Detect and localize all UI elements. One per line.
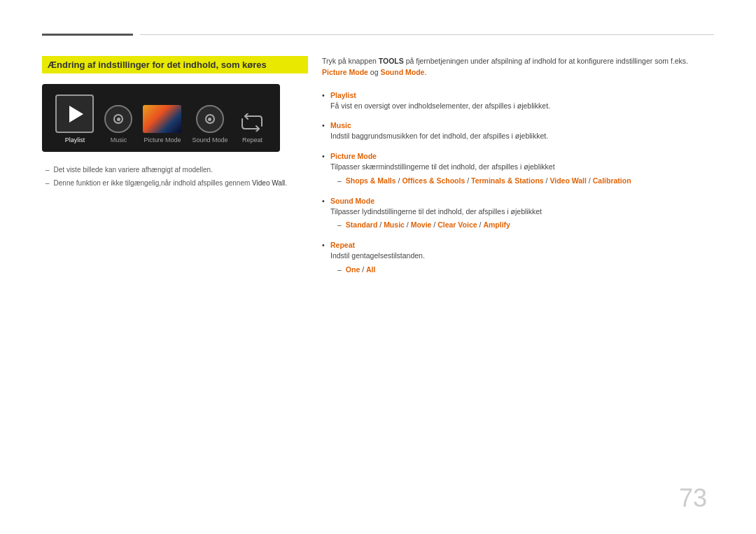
picture-mode-sub-item: – Shops & Malls / Offices & Schools / Te…: [337, 176, 714, 187]
picture-mode-desc: Tilpasser skærmindstillingerne til det i…: [330, 162, 714, 173]
page-number: 73: [679, 484, 707, 513]
note-text-1: Det viste billede kan variere afhængigt …: [54, 166, 213, 174]
list-item-picture-mode: Picture Mode Tilpasser skærmindstillinge…: [322, 152, 714, 187]
music-dot: [117, 118, 120, 121]
top-bar-separator-line: [140, 34, 714, 35]
right-column: Tryk på knappen TOOLS på fjernbetjeninge…: [322, 56, 714, 286]
clear-voice-link: Clear Voice: [438, 220, 477, 229]
repeat-title: Repeat: [330, 241, 714, 249]
terminals-stations-link: Terminals & Stations: [471, 176, 544, 185]
media-item-picture-mode: Picture Mode: [143, 105, 181, 143]
picture-mode-label: Picture Mode: [144, 136, 181, 143]
music-title: Music: [330, 121, 714, 129]
playlist-icon: [55, 94, 94, 133]
all-link: All: [366, 265, 375, 274]
sound-mode-desc: Tilpasser lydindstillingerne til det ind…: [330, 206, 714, 218]
amplify-link: Amplify: [483, 220, 510, 229]
intro-paragraph: Tryk på knappen TOOLS på fjernbetjeninge…: [322, 56, 714, 78]
list-item-repeat: Repeat Indstil gentagelsestilstanden. – …: [322, 241, 714, 276]
media-item-music: Music: [104, 105, 132, 143]
notes-section: – Det viste billede kan variere afhængig…: [42, 166, 308, 187]
list-item-playlist: Playlist Få vist en oversigt over indhol…: [322, 91, 714, 112]
list-item-sound-mode: Sound Mode Tilpasser lydindstillingerne …: [322, 197, 714, 232]
picture-mode-sublist: – Shops & Malls / Offices & Schools / Te…: [330, 176, 714, 187]
media-item-repeat: Repeat: [238, 112, 266, 143]
top-bar-accent-line: [42, 34, 133, 36]
music-desc: Indstil baggrundsmusikken for det indhol…: [330, 131, 714, 142]
picture-mode-sub-dash: –: [337, 176, 342, 187]
media-item-sound-mode: Sound Mode: [192, 105, 227, 143]
list-item-music: Music Indstil baggrundsmusikken for det …: [322, 121, 714, 142]
music-option-link: Music: [384, 220, 405, 229]
top-bar: [42, 34, 714, 36]
tools-word: TOOLS: [379, 57, 404, 65]
repeat-sub-dash: –: [337, 265, 342, 276]
sound-mode-title: Sound Mode: [330, 197, 714, 205]
picture-icon-bg: [143, 105, 181, 133]
music-inner-ring: [113, 114, 123, 124]
play-triangle: [69, 106, 83, 122]
offices-schools-link: Offices & Schools: [402, 176, 465, 185]
repeat-sublist: – One / All: [330, 265, 714, 276]
note-text-2: Denne funktion er ikke tilgængelig,når i…: [54, 179, 288, 187]
playlist-desc: Få vist en oversigt over indholdselement…: [330, 101, 714, 112]
sound-mode-label: Sound Mode: [192, 136, 227, 143]
video-wall-link: Video Wall: [252, 179, 285, 187]
sound-mode-ref: Sound Mode: [380, 68, 424, 76]
picture-mode-icon: [143, 105, 181, 133]
note-item-2: – Denne funktion er ikke tilgængelig,når…: [46, 179, 308, 187]
picture-mode-options: Shops & Malls / Offices & Schools / Term…: [346, 176, 631, 187]
picture-mode-title: Picture Mode: [330, 152, 714, 160]
picture-mode-ref: Picture Mode: [322, 68, 368, 76]
music-label: Music: [111, 136, 127, 143]
playlist-title: Playlist: [330, 91, 714, 99]
music-icon: [104, 105, 132, 133]
sound-mode-icon: [196, 105, 224, 133]
sound-dot: [208, 118, 211, 121]
movie-link: Movie: [411, 220, 432, 229]
media-item-playlist: Playlist: [55, 94, 94, 143]
sound-mode-sub-dash: –: [337, 220, 342, 231]
note-item-1: – Det viste billede kan variere afhængig…: [46, 166, 308, 174]
repeat-options: One / All: [346, 265, 376, 276]
left-column: Ændring af indstillinger for det indhold…: [42, 56, 308, 192]
sound-mode-options: Standard / Music / Movie / Clear Voice /…: [346, 220, 510, 231]
media-icons-row: Playlist Music Picture Mode: [50, 94, 272, 143]
section-title: Ændring af indstillinger for det indhold…: [42, 56, 308, 73]
one-link: One: [346, 265, 360, 274]
content-list: Playlist Få vist en oversigt over indhol…: [322, 91, 714, 276]
repeat-sub-item: – One / All: [337, 265, 714, 276]
repeat-icon: [238, 112, 266, 133]
video-wall-option-link: Video Wall: [550, 176, 587, 185]
repeat-desc: Indstil gentagelsestilstanden.: [330, 251, 714, 262]
repeat-svg: [239, 113, 265, 132]
sound-mode-sub-item: – Standard / Music / Movie / Clear Voice…: [337, 220, 714, 231]
shops-malls-link: Shops & Malls: [346, 176, 396, 185]
calibration-link: Calibration: [593, 176, 631, 185]
standard-link: Standard: [346, 220, 378, 229]
repeat-label: Repeat: [242, 136, 262, 143]
media-player-box: Playlist Music Picture Mode: [42, 84, 280, 152]
note-dash-2: –: [46, 179, 50, 187]
sound-mode-sublist: – Standard / Music / Movie / Clear Voice…: [330, 220, 714, 231]
note-dash-1: –: [46, 166, 50, 174]
playlist-label: Playlist: [65, 136, 85, 143]
sound-inner-ring: [205, 114, 215, 124]
